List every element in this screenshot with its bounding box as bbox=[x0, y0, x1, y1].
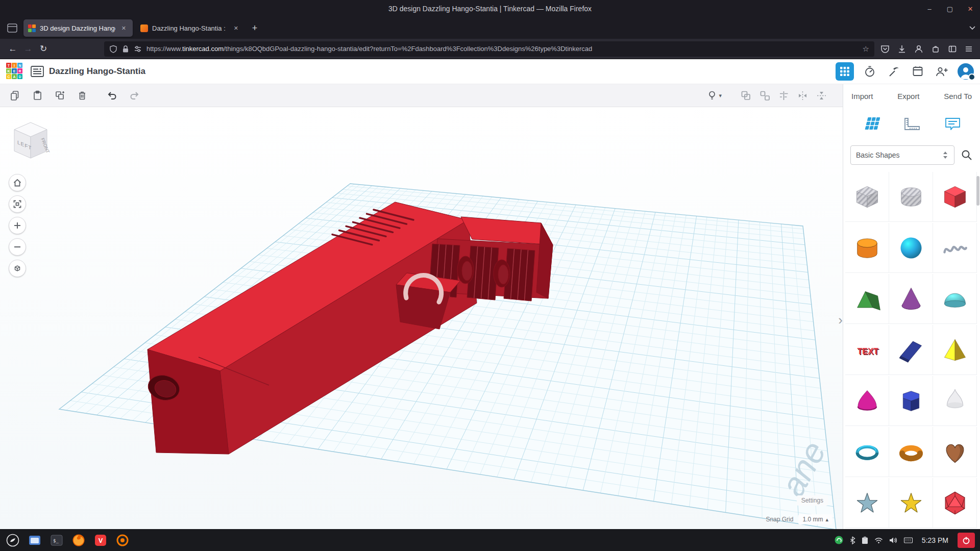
shield-icon[interactable] bbox=[109, 45, 117, 53]
ruler-icon[interactable] bbox=[903, 116, 921, 132]
shape-category-select[interactable]: Basic Shapes bbox=[850, 145, 954, 165]
shape-icosahedron[interactable] bbox=[933, 478, 977, 528]
app-menu-icon[interactable] bbox=[5, 533, 20, 548]
lock-icon[interactable] bbox=[122, 45, 129, 53]
view-cube[interactable]: LEFT FRONT bbox=[10, 119, 51, 163]
shape-star-blue[interactable] bbox=[845, 478, 889, 528]
perspective-icon[interactable] bbox=[9, 260, 26, 277]
firefox-icon[interactable] bbox=[71, 533, 86, 548]
taskbar-clock[interactable]: 5:23 PM bbox=[922, 536, 948, 544]
shape-torus[interactable] bbox=[889, 427, 933, 477]
duplicate-icon[interactable] bbox=[51, 87, 68, 104]
zoom-in-icon[interactable] bbox=[9, 217, 26, 234]
list-all-tabs-icon[interactable] bbox=[969, 26, 976, 31]
forward-icon[interactable]: → bbox=[20, 41, 36, 57]
volume-icon[interactable] bbox=[889, 537, 898, 544]
shape-heart[interactable] bbox=[933, 427, 977, 477]
apps-grid-icon[interactable] bbox=[836, 62, 854, 81]
shape-pyramid[interactable] bbox=[933, 325, 977, 375]
light-dropdown-icon[interactable]: ▾ bbox=[719, 92, 722, 99]
paste-icon[interactable] bbox=[29, 87, 46, 104]
panel-scrollbar[interactable] bbox=[976, 176, 979, 206]
power-icon[interactable] bbox=[958, 533, 975, 548]
tinkercad-logo[interactable]: TINKERCAD bbox=[6, 63, 23, 80]
shape-scribble[interactable] bbox=[933, 223, 977, 273]
panel-collapse-icon[interactable]: › bbox=[838, 313, 843, 327]
3d-viewport[interactable]: ane bbox=[0, 107, 843, 529]
import-button[interactable]: Import bbox=[851, 92, 873, 101]
ungroup-icon[interactable] bbox=[759, 90, 771, 102]
fit-view-icon[interactable] bbox=[9, 195, 26, 213]
invite-icon[interactable] bbox=[934, 63, 950, 80]
shape-text[interactable]: TEXTTEXT bbox=[845, 325, 889, 375]
send-to-button[interactable]: Send To bbox=[944, 92, 972, 101]
maximize-icon[interactable]: ▢ bbox=[945, 4, 954, 13]
delete-icon[interactable] bbox=[74, 87, 91, 104]
bluetooth-icon[interactable] bbox=[849, 536, 855, 544]
align-icon[interactable] bbox=[778, 90, 790, 102]
flip-h-icon[interactable] bbox=[797, 90, 808, 102]
shape-cylinder[interactable] bbox=[845, 223, 889, 273]
keyboard-icon[interactable] bbox=[904, 537, 913, 543]
shape-sphere[interactable] bbox=[889, 223, 933, 273]
account-icon[interactable] bbox=[914, 44, 923, 54]
status-icon[interactable] bbox=[835, 536, 843, 544]
pocket-icon[interactable] bbox=[880, 44, 890, 54]
shape-star[interactable] bbox=[889, 478, 933, 528]
extensions-icon[interactable] bbox=[931, 44, 940, 54]
tools-icon[interactable] bbox=[886, 63, 902, 80]
export-button[interactable]: Export bbox=[897, 92, 919, 101]
shape-paraboloid[interactable] bbox=[845, 376, 889, 426]
menu-icon[interactable] bbox=[965, 45, 973, 53]
flip-v-icon[interactable] bbox=[816, 90, 827, 102]
shape-half-sphere[interactable] bbox=[933, 274, 977, 324]
vivaldi-icon[interactable]: V bbox=[93, 533, 108, 548]
gauge-icon[interactable] bbox=[862, 63, 878, 80]
zoom-out-icon[interactable] bbox=[9, 238, 26, 256]
shape-box[interactable] bbox=[933, 172, 977, 222]
search-icon[interactable] bbox=[961, 149, 973, 161]
tab-close-icon[interactable]: ✕ bbox=[232, 24, 240, 33]
snap-grid-select[interactable]: 1.0 mm▴ bbox=[798, 514, 832, 524]
tab-3d-design[interactable]: 3D design Dazzling Hango- ✕ bbox=[23, 19, 133, 37]
sidebar-icon[interactable] bbox=[948, 44, 957, 54]
close-icon[interactable]: ✕ bbox=[966, 4, 975, 13]
wifi-icon[interactable] bbox=[874, 537, 883, 544]
firefox-view-icon[interactable] bbox=[4, 20, 20, 36]
avatar[interactable] bbox=[958, 63, 974, 80]
undo-icon[interactable] bbox=[103, 87, 120, 104]
notes-icon[interactable] bbox=[944, 116, 962, 132]
shape-soft-cone[interactable] bbox=[933, 376, 977, 426]
design-menu-icon[interactable] bbox=[31, 66, 44, 77]
shape-hole-box[interactable] bbox=[845, 172, 889, 222]
url-bar[interactable]: https://www.tinkercad.com/things/k8OQbdG… bbox=[104, 41, 874, 57]
terminal-icon[interactable]: $_ bbox=[49, 533, 64, 548]
tab-editor[interactable]: Dazzling Hango-Stantia : Ed ✕ bbox=[136, 19, 245, 37]
grid-settings-button[interactable]: Settings bbox=[797, 495, 828, 506]
new-tab-button[interactable]: + bbox=[247, 20, 262, 36]
files-icon[interactable] bbox=[27, 533, 42, 548]
redo-icon[interactable] bbox=[126, 87, 143, 104]
shape-hole-cylinder[interactable] bbox=[889, 172, 933, 222]
browser-icon[interactable] bbox=[115, 533, 130, 548]
group-icon[interactable] bbox=[740, 90, 752, 102]
shape-polygon[interactable] bbox=[889, 376, 933, 426]
home-icon[interactable] bbox=[9, 174, 26, 191]
reload-icon[interactable]: ↻ bbox=[36, 41, 51, 57]
clipboard-icon[interactable] bbox=[862, 536, 868, 544]
shape-roof[interactable] bbox=[845, 274, 889, 324]
light-icon[interactable] bbox=[706, 90, 718, 101]
copy-icon[interactable] bbox=[6, 87, 23, 104]
workplane-icon[interactable] bbox=[862, 116, 880, 132]
back-icon[interactable]: ← bbox=[5, 41, 20, 57]
minimize-icon[interactable]: – bbox=[925, 4, 934, 13]
shape-cone[interactable] bbox=[889, 274, 933, 324]
downloads-icon[interactable] bbox=[897, 44, 906, 54]
permissions-icon[interactable] bbox=[134, 45, 142, 53]
shape-wedge[interactable] bbox=[889, 325, 933, 375]
learning-icon[interactable] bbox=[910, 63, 926, 80]
tab-close-icon[interactable]: ✕ bbox=[119, 24, 128, 33]
3d-canvas[interactable]: ane bbox=[0, 107, 843, 529]
bookmark-star-icon[interactable]: ☆ bbox=[863, 44, 869, 54]
design-title[interactable]: Dazzling Hango-Stantia bbox=[49, 66, 145, 77]
